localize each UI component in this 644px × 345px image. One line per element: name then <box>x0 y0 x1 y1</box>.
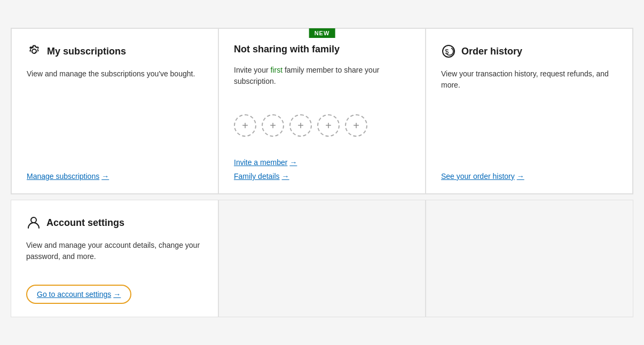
order-history-card: $ Order history View your transaction hi… <box>426 28 633 194</box>
history-icon: $ <box>441 44 456 59</box>
subscriptions-header: My subscriptions <box>27 44 203 59</box>
subscriptions-body: View and manage the subscriptions you've… <box>27 68 203 161</box>
family-body: Invite your first family member to share… <box>234 65 410 105</box>
family-header: Not sharing with family <box>234 44 410 55</box>
account-settings-header: Account settings <box>26 215 203 230</box>
order-history-header: $ Order history <box>441 44 617 59</box>
add-member-circle-5[interactable]: + <box>345 114 367 137</box>
family-card: NEW Not sharing with family Invite your … <box>218 28 426 194</box>
account-settings-title: Account settings <box>46 217 124 229</box>
add-member-circle-3[interactable]: + <box>289 114 312 137</box>
subscriptions-card: My subscriptions View and manage the sub… <box>11 28 218 194</box>
order-history-body: View your transaction history, request r… <box>441 68 617 161</box>
family-circles: + + + + + <box>234 114 410 137</box>
account-link-circle: Go to account settings → <box>26 285 131 304</box>
family-details-link[interactable]: Family details → <box>234 172 410 181</box>
family-links: Invite a member → Family details → <box>234 158 410 181</box>
manage-subscriptions-link[interactable]: Manage subscriptions → <box>27 172 203 181</box>
add-member-circle-1[interactable]: + <box>234 114 256 137</box>
order-history-links: See your order history → <box>441 172 617 181</box>
new-badge: NEW <box>309 28 335 38</box>
invite-member-link[interactable]: Invite a member → <box>234 158 410 167</box>
svg-point-2 <box>31 217 36 223</box>
account-settings-body: View and manage your account details, ch… <box>26 240 203 272</box>
go-to-account-settings-link[interactable]: Go to account settings → <box>37 290 121 299</box>
empty-card-2 <box>218 200 426 317</box>
bottom-grid: Account settings View and manage your ac… <box>11 200 633 317</box>
add-member-circle-2[interactable]: + <box>262 114 284 137</box>
family-title: Not sharing with family <box>234 44 340 55</box>
subscriptions-links: Manage subscriptions → <box>27 172 203 181</box>
person-icon <box>26 215 41 230</box>
add-member-circle-4[interactable]: + <box>317 114 340 137</box>
subscriptions-title: My subscriptions <box>47 46 126 57</box>
gear-icon <box>27 44 42 59</box>
see-order-history-link[interactable]: See your order history → <box>441 172 617 181</box>
order-history-title: Order history <box>461 46 522 57</box>
account-link-wrapper: Go to account settings → <box>26 285 203 304</box>
account-settings-card: Account settings View and manage your ac… <box>11 200 218 317</box>
empty-card-3 <box>426 200 633 317</box>
